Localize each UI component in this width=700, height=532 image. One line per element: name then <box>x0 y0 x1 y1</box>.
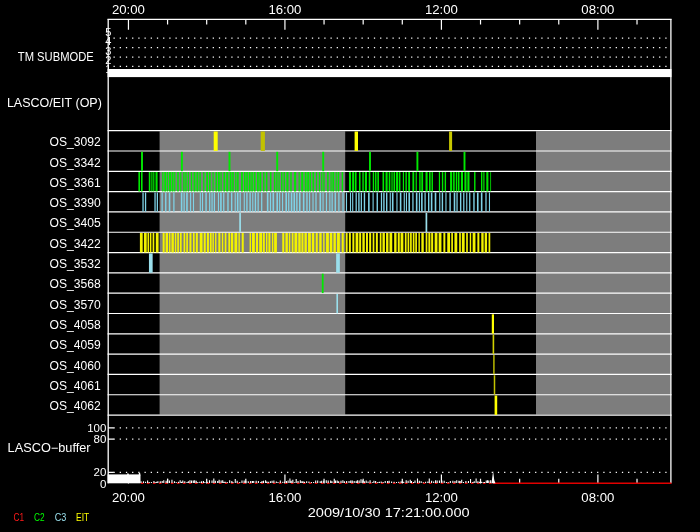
svg-text:OS_3390: OS_3390 <box>50 196 102 210</box>
svg-text:OS_4060: OS_4060 <box>50 359 102 373</box>
svg-text:20: 20 <box>94 466 107 478</box>
svg-text:OS_3342: OS_3342 <box>50 156 102 170</box>
svg-text:OS_4059: OS_4059 <box>50 338 102 352</box>
svg-text:OS_4061: OS_4061 <box>50 379 102 393</box>
svg-text:16:00: 16:00 <box>268 3 301 17</box>
svg-text:80: 80 <box>94 433 107 445</box>
svg-text:20:00: 20:00 <box>112 3 145 17</box>
svg-text:TM SUBMODE: TM SUBMODE <box>18 50 94 64</box>
svg-text:OS_3405: OS_3405 <box>50 216 102 230</box>
svg-text:OS_3092: OS_3092 <box>50 135 102 149</box>
svg-text:1: 1 <box>105 63 111 75</box>
svg-text:LASCO/EIT (OP): LASCO/EIT (OP) <box>7 96 102 110</box>
svg-text:2009/10/30 17:21:00.000: 2009/10/30 17:21:00.000 <box>308 505 470 520</box>
svg-text:C1: C1 <box>14 511 25 523</box>
svg-text:LASCO−buffer: LASCO−buffer <box>8 441 91 455</box>
svg-text:OS_3568: OS_3568 <box>50 277 102 291</box>
svg-text:OS_4062: OS_4062 <box>50 399 102 413</box>
svg-text:OS_4058: OS_4058 <box>50 318 102 332</box>
svg-text:12:00: 12:00 <box>425 3 458 17</box>
svg-text:OS_3532: OS_3532 <box>50 257 102 271</box>
svg-text:20:00: 20:00 <box>112 491 145 505</box>
svg-text:0: 0 <box>100 478 106 490</box>
svg-text:08:00: 08:00 <box>581 491 614 505</box>
svg-text:08:00: 08:00 <box>581 3 614 17</box>
svg-text:OS_3361: OS_3361 <box>50 176 102 190</box>
svg-text:C3: C3 <box>55 511 67 523</box>
svg-text:EIT: EIT <box>76 511 89 523</box>
svg-text:12:00: 12:00 <box>425 491 458 505</box>
svg-text:OS_3570: OS_3570 <box>50 298 102 312</box>
svg-text:C2: C2 <box>34 511 45 523</box>
svg-text:16:00: 16:00 <box>268 491 301 505</box>
svg-text:OS_3422: OS_3422 <box>50 237 102 251</box>
